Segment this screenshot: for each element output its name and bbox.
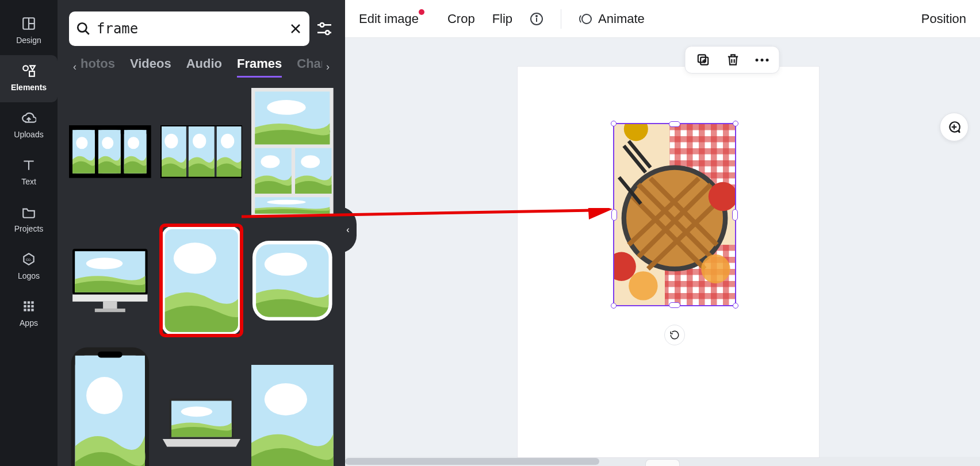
info-icon[interactable]	[530, 12, 543, 26]
search-input[interactable]	[91, 21, 289, 37]
nav-text[interactable]: Text	[0, 149, 58, 197]
clear-icon[interactable]	[289, 22, 303, 36]
nav-label: Elements	[11, 83, 47, 92]
tab-audio[interactable]: Audio	[186, 56, 222, 78]
svg-point-38	[78, 23, 86, 32]
toolbar-divider	[561, 9, 561, 29]
frames-grid	[69, 88, 334, 466]
selection-context-menu	[685, 46, 780, 74]
frame-item-smartphone[interactable]	[69, 345, 151, 466]
nav-label: Projects	[14, 224, 44, 233]
elements-panel: ‹ hotos Videos Audio Frames Chart ›	[58, 0, 345, 466]
svg-rect-65	[98, 352, 122, 358]
animate-icon	[579, 12, 592, 26]
folder-icon	[21, 205, 36, 219]
add-comment-button[interactable]	[940, 113, 968, 141]
page-controls	[810, 48, 830, 59]
nav-logos[interactable]: co. Logos	[0, 244, 58, 291]
tab-photos[interactable]: hotos	[81, 56, 115, 78]
layout-icon	[21, 16, 36, 31]
resize-handle-bl[interactable]	[611, 303, 617, 309]
filters-icon[interactable]	[315, 20, 334, 38]
tabs-scroll-left[interactable]: ‹	[69, 61, 81, 73]
crop-button[interactable]: Crop	[447, 11, 475, 26]
svg-rect-35	[24, 309, 26, 311]
svg-point-26	[23, 66, 28, 71]
svg-rect-30	[28, 301, 30, 303]
logo-icon: co.	[21, 252, 36, 267]
search-icon	[76, 21, 91, 36]
nav-projects[interactable]: Projects	[0, 197, 58, 244]
frame-item-threepanel[interactable]	[160, 88, 243, 215]
nav-label: Apps	[20, 318, 38, 328]
shapes-icon	[21, 63, 36, 78]
horizontal-scrollbar[interactable]	[345, 457, 980, 466]
frame-item-rounded-square[interactable]	[251, 225, 334, 337]
nav-label: Text	[21, 177, 36, 186]
tab-frames[interactable]: Frames	[237, 56, 282, 78]
svg-line-39	[85, 30, 89, 34]
tabs-scroll-right[interactable]: ›	[322, 61, 334, 73]
svg-rect-34	[31, 305, 33, 307]
svg-rect-31	[31, 301, 33, 303]
nav-label: Design	[16, 36, 41, 45]
notification-dot-icon	[419, 9, 424, 15]
apps-grid-icon	[21, 299, 36, 314]
svg-rect-36	[28, 309, 30, 311]
tab-charts[interactable]: Chart	[297, 56, 322, 78]
design-page[interactable]	[518, 67, 819, 457]
resize-handle-right[interactable]	[732, 209, 738, 221]
nav-label: Uploads	[14, 130, 43, 139]
svg-point-72	[582, 14, 591, 24]
animate-label: Animate	[598, 11, 645, 26]
text-icon	[21, 157, 36, 172]
resize-handle-top[interactable]	[669, 121, 680, 127]
animate-button[interactable]: Animate	[579, 11, 645, 26]
category-tabs: ‹ hotos Videos Audio Frames Chart ›	[69, 56, 334, 78]
frame-item-monitor[interactable]	[69, 225, 151, 337]
flip-button[interactable]: Flip	[492, 11, 512, 26]
canvas[interactable]	[345, 38, 980, 466]
rotate-handle[interactable]	[664, 325, 685, 345]
svg-rect-58	[95, 309, 125, 312]
editor-area: Edit image Crop Flip Animate Position	[345, 0, 980, 466]
resize-handle-tr[interactable]	[733, 121, 738, 126]
nav-uploads[interactable]: Uploads	[0, 102, 58, 149]
frame-item-portrait[interactable]	[251, 345, 334, 466]
svg-rect-27	[29, 71, 35, 76]
nav-apps[interactable]: Apps	[0, 291, 58, 338]
frame-item-laptop[interactable]	[160, 345, 243, 466]
svg-rect-57	[103, 302, 117, 309]
resize-handle-bottom[interactable]	[669, 302, 680, 308]
frame-item-rounded-portrait[interactable]	[160, 225, 243, 337]
nav-elements[interactable]: Elements	[0, 55, 58, 102]
duplicate-icon[interactable]	[696, 52, 711, 67]
left-nav: Design Elements Uploads Text Projects co…	[0, 0, 58, 466]
frame-item-filmstrip[interactable]	[69, 88, 151, 215]
edit-image-label: Edit image	[359, 11, 419, 26]
trash-icon[interactable]	[726, 52, 741, 67]
cloud-upload-icon	[21, 110, 36, 125]
frame-item-collage[interactable]	[251, 88, 334, 215]
selected-image[interactable]	[614, 124, 735, 305]
svg-rect-37	[31, 309, 33, 311]
more-icon[interactable]	[756, 59, 769, 61]
svg-point-45	[326, 30, 330, 34]
nav-design[interactable]: Design	[0, 8, 58, 55]
search-box[interactable]	[69, 11, 309, 46]
svg-text:co.: co.	[26, 257, 32, 262]
svg-rect-56	[72, 295, 147, 302]
edit-image-button[interactable]: Edit image	[359, 11, 430, 26]
nav-label: Logos	[18, 271, 40, 280]
svg-point-43	[320, 23, 324, 27]
tab-videos[interactable]: Videos	[130, 56, 171, 78]
context-toolbar: Edit image Crop Flip Animate Position	[345, 0, 980, 38]
resize-handle-br[interactable]	[733, 303, 738, 309]
app-root: Design Elements Uploads Text Projects co…	[0, 0, 980, 466]
svg-rect-32	[24, 305, 26, 307]
svg-point-71	[536, 16, 537, 17]
resize-handle-tl[interactable]	[611, 121, 617, 126]
resize-handle-left[interactable]	[611, 209, 617, 221]
position-button[interactable]: Position	[921, 11, 966, 26]
svg-rect-29	[24, 301, 26, 303]
